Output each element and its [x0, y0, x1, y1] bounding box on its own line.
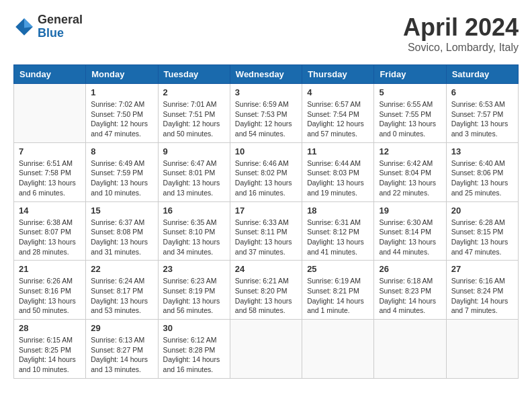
calendar-cell: 11Sunrise: 6:44 AMSunset: 8:03 PMDayligh… [302, 142, 374, 201]
day-number: 15 [91, 205, 152, 216]
day-info: Sunrise: 6:53 AMSunset: 7:57 PMDaylight:… [451, 99, 513, 139]
day-info: Sunrise: 6:28 AMSunset: 8:15 PMDaylight:… [451, 218, 513, 257]
day-info: Sunrise: 6:23 AMSunset: 8:19 PMDaylight:… [163, 276, 225, 316]
day-info: Sunrise: 7:01 AMSunset: 7:51 PMDaylight:… [163, 99, 225, 139]
calendar-cell: 16Sunrise: 6:35 AMSunset: 8:10 PMDayligh… [158, 201, 230, 261]
main-title: April 2024 [403, 13, 519, 42]
day-number: 17 [235, 205, 297, 216]
calendar-cell: 1Sunrise: 7:02 AMSunset: 7:50 PMDaylight… [86, 84, 158, 143]
day-info: Sunrise: 6:35 AMSunset: 8:10 PMDaylight:… [163, 218, 225, 257]
calendar-week-row: 21Sunrise: 6:26 AMSunset: 8:16 PMDayligh… [14, 261, 519, 320]
day-info: Sunrise: 6:59 AMSunset: 7:53 PMDaylight:… [235, 99, 297, 139]
day-number: 25 [307, 264, 369, 274]
day-number: 22 [91, 264, 152, 274]
day-number: 29 [91, 323, 152, 333]
day-number: 10 [235, 146, 297, 156]
logo-general: General [38, 13, 83, 27]
logo-blue: Blue [38, 27, 83, 40]
calendar-cell: 9Sunrise: 6:47 AMSunset: 8:01 PMDaylight… [158, 142, 230, 201]
day-info: Sunrise: 6:13 AMSunset: 8:27 PMDaylight:… [91, 335, 152, 375]
calendar-cell: 17Sunrise: 6:33 AMSunset: 8:11 PMDayligh… [230, 201, 302, 261]
calendar-cell: 19Sunrise: 6:30 AMSunset: 8:14 PMDayligh… [374, 201, 446, 261]
header-day: Thursday [302, 65, 374, 84]
day-info: Sunrise: 6:26 AMSunset: 8:16 PMDaylight:… [19, 276, 81, 316]
calendar-cell [14, 84, 86, 143]
day-info: Sunrise: 6:37 AMSunset: 8:08 PMDaylight:… [91, 218, 152, 257]
calendar-cell: 24Sunrise: 6:21 AMSunset: 8:20 PMDayligh… [230, 261, 302, 320]
day-info: Sunrise: 6:55 AMSunset: 7:55 PMDaylight:… [379, 99, 441, 139]
day-info: Sunrise: 6:24 AMSunset: 8:17 PMDaylight:… [91, 276, 152, 316]
calendar-cell: 7Sunrise: 6:51 AMSunset: 7:58 PMDaylight… [14, 142, 86, 201]
calendar-cell: 28Sunrise: 6:15 AMSunset: 8:25 PMDayligh… [14, 320, 86, 379]
day-number: 14 [19, 205, 81, 216]
day-info: Sunrise: 6:21 AMSunset: 8:20 PMDaylight:… [235, 276, 297, 316]
logo-text: General Blue [38, 13, 83, 40]
day-info: Sunrise: 6:47 AMSunset: 8:01 PMDaylight:… [163, 158, 225, 198]
calendar-cell: 2Sunrise: 7:01 AMSunset: 7:51 PMDaylight… [158, 84, 230, 143]
day-info: Sunrise: 6:44 AMSunset: 8:03 PMDaylight:… [307, 158, 369, 198]
day-number: 6 [451, 87, 513, 97]
day-info: Sunrise: 6:31 AMSunset: 8:12 PMDaylight:… [307, 218, 369, 257]
day-number: 11 [307, 146, 369, 156]
day-number: 9 [163, 146, 225, 156]
header-day: Sunday [14, 65, 86, 84]
calendar-cell: 23Sunrise: 6:23 AMSunset: 8:19 PMDayligh… [158, 261, 230, 320]
header-day: Friday [374, 65, 446, 84]
day-info: Sunrise: 6:40 AMSunset: 8:06 PMDaylight:… [451, 158, 513, 198]
calendar-cell: 15Sunrise: 6:37 AMSunset: 8:08 PMDayligh… [86, 201, 158, 261]
day-number: 23 [163, 264, 225, 274]
day-number: 5 [379, 87, 441, 97]
calendar-cell: 3Sunrise: 6:59 AMSunset: 7:53 PMDaylight… [230, 84, 302, 143]
day-number: 12 [379, 146, 441, 156]
calendar-week-row: 1Sunrise: 7:02 AMSunset: 7:50 PMDaylight… [14, 84, 519, 143]
calendar-cell: 13Sunrise: 6:40 AMSunset: 8:06 PMDayligh… [446, 142, 518, 201]
calendar-cell: 14Sunrise: 6:38 AMSunset: 8:07 PMDayligh… [14, 201, 86, 261]
day-number: 3 [235, 87, 297, 97]
day-number: 20 [451, 205, 513, 216]
day-info: Sunrise: 6:19 AMSunset: 8:21 PMDaylight:… [307, 276, 369, 316]
day-info: Sunrise: 6:33 AMSunset: 8:11 PMDaylight:… [235, 218, 297, 257]
calendar-week-row: 14Sunrise: 6:38 AMSunset: 8:07 PMDayligh… [14, 201, 519, 261]
svg-marker-1 [24, 18, 33, 28]
calendar-table: SundayMondayTuesdayWednesdayThursdayFrid… [13, 64, 519, 379]
day-number: 18 [307, 205, 369, 216]
day-info: Sunrise: 6:46 AMSunset: 8:02 PMDaylight:… [235, 158, 297, 198]
day-number: 26 [379, 264, 441, 274]
day-info: Sunrise: 6:51 AMSunset: 7:58 PMDaylight:… [19, 158, 81, 198]
calendar-cell: 21Sunrise: 6:26 AMSunset: 8:16 PMDayligh… [14, 261, 86, 320]
calendar-cell: 22Sunrise: 6:24 AMSunset: 8:17 PMDayligh… [86, 261, 158, 320]
calendar-cell: 8Sunrise: 6:49 AMSunset: 7:59 PMDaylight… [86, 142, 158, 201]
logo-icon [13, 16, 35, 38]
day-number: 30 [163, 323, 225, 333]
logo: General Blue [13, 13, 83, 40]
calendar-cell: 4Sunrise: 6:57 AMSunset: 7:54 PMDaylight… [302, 84, 374, 143]
header-day: Tuesday [158, 65, 230, 84]
header-day: Saturday [446, 65, 518, 84]
day-info: Sunrise: 7:02 AMSunset: 7:50 PMDaylight:… [91, 99, 152, 139]
day-number: 24 [235, 264, 297, 274]
day-number: 16 [163, 205, 225, 216]
day-info: Sunrise: 6:30 AMSunset: 8:14 PMDaylight:… [379, 218, 441, 257]
day-info: Sunrise: 6:15 AMSunset: 8:25 PMDaylight:… [19, 335, 81, 375]
calendar-cell: 18Sunrise: 6:31 AMSunset: 8:12 PMDayligh… [302, 201, 374, 261]
day-info: Sunrise: 6:49 AMSunset: 7:59 PMDaylight:… [91, 158, 152, 198]
day-number: 8 [91, 146, 152, 156]
header-day: Wednesday [230, 65, 302, 84]
day-number: 4 [307, 87, 369, 97]
header-row: SundayMondayTuesdayWednesdayThursdayFrid… [14, 65, 519, 84]
calendar-cell: 20Sunrise: 6:28 AMSunset: 8:15 PMDayligh… [446, 201, 518, 261]
day-number: 2 [163, 87, 225, 97]
calendar-cell: 30Sunrise: 6:12 AMSunset: 8:28 PMDayligh… [158, 320, 230, 379]
calendar-week-row: 7Sunrise: 6:51 AMSunset: 7:58 PMDaylight… [14, 142, 519, 201]
calendar-cell: 6Sunrise: 6:53 AMSunset: 7:57 PMDaylight… [446, 84, 518, 143]
calendar-cell: 27Sunrise: 6:16 AMSunset: 8:24 PMDayligh… [446, 261, 518, 320]
day-info: Sunrise: 6:42 AMSunset: 8:04 PMDaylight:… [379, 158, 441, 198]
calendar-cell [446, 320, 518, 379]
day-number: 19 [379, 205, 441, 216]
day-info: Sunrise: 6:57 AMSunset: 7:54 PMDaylight:… [307, 99, 369, 139]
calendar-cell: 26Sunrise: 6:18 AMSunset: 8:23 PMDayligh… [374, 261, 446, 320]
day-number: 13 [451, 146, 513, 156]
day-number: 27 [451, 264, 513, 274]
calendar-cell: 10Sunrise: 6:46 AMSunset: 8:02 PMDayligh… [230, 142, 302, 201]
calendar-cell: 29Sunrise: 6:13 AMSunset: 8:27 PMDayligh… [86, 320, 158, 379]
